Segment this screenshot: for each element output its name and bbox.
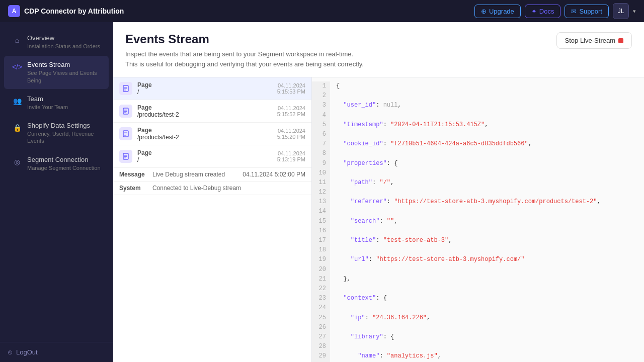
event-date: 04.11.2024 [278,82,305,88]
logout-icon: ⎋ [8,348,12,356]
system-message-row: Message Live Debug stream created 04.11.… [113,168,311,182]
event-time: 5:15:20 PM [277,134,305,140]
code-icon: </> [12,62,22,72]
event-path: /products/test-2 [137,111,272,118]
events-split: Page / 04.11.2024 5:15:53 PM Page /produ… [113,77,644,362]
content-header: Events Stream Inspect the events that ar… [113,22,644,77]
docs-icon: ✦ [531,8,537,15]
stop-livestream-label: Stop Live-Stream [565,37,615,44]
sidebar-item-overview[interactable]: ⌂ Overview Installation Status and Order… [4,29,109,55]
event-time: 5:15:52 PM [277,111,305,117]
sidebar-shopify-title: Shopify Data Settings [27,122,101,129]
event-path: /products/test-2 [137,134,272,141]
event-date: 04.11.2024 [278,128,305,134]
team-icon: 👥 [12,96,22,106]
top-nav: A CDP Connector by Attribution ⊕ Upgrade… [0,0,644,22]
event-type-label: Page [137,127,272,134]
system-text: Connected to Live-Debug stream [152,185,241,192]
system-date: 04.11.2024 5:02:00 PM [243,171,305,178]
sidebar-item-events-stream[interactable]: </> Events Stream See Page Views and Eve… [4,56,109,89]
sidebar-events-title: Events Stream [27,61,101,68]
event-time: 5:15:53 PM [277,88,305,95]
stop-icon [618,38,623,43]
line-numbers: 12345 678910 1112131415 1617181920 21222… [312,81,330,362]
system-label: System [119,185,147,192]
sidebar-items: ⌂ Overview Installation Status and Order… [0,22,113,342]
json-code: { "user_id": null, "timestamp": "2024-04… [330,81,644,362]
sidebar-events-subtitle: See Page Views and Events Being [27,69,101,84]
event-date: 04.11.2024 [278,105,305,111]
events-list: Page / 04.11.2024 5:15:53 PM Page /produ… [113,77,312,362]
event-row[interactable]: Page / 04.11.2024 5:15:53 PM [113,77,311,100]
logout-label: LogOut [16,348,38,356]
logout-button[interactable]: ⎋ LogOut [8,348,105,356]
event-path: / [137,88,272,96]
sidebar-item-shopify-data[interactable]: 🔒 Shopify Data Settings Currency, UserId… [4,117,109,150]
stop-livestream-button[interactable]: Stop Live-Stream [556,32,632,49]
event-page-icon [119,127,132,140]
event-page-icon [119,82,132,95]
brand-name: CDP Connector by Attribution [24,7,124,15]
event-time: 5:13:19 PM [277,156,305,162]
event-type-label: Page [137,149,272,156]
upgrade-icon: ⊕ [481,8,487,15]
sidebar-segment-subtitle: Manage Segment Connection [27,164,101,171]
event-page-icon [119,150,132,163]
brand-icon: A [8,5,20,17]
docs-label: Docs [539,8,554,15]
support-icon: ✉ [571,8,577,15]
docs-button[interactable]: ✦ Docs [525,5,561,18]
home-icon: ⌂ [12,35,22,45]
page-description: Inspect the events that are being sent t… [125,49,367,69]
sidebar-item-segment[interactable]: ◎ Segment Connection Manage Segment Conn… [4,151,109,176]
event-path: / [137,156,272,163]
event-row[interactable]: Page / 04.11.2024 5:13:19 PM [113,145,311,168]
sidebar-team-subtitle: Invite Your Team [27,104,68,111]
top-nav-actions: ⊕ Upgrade ✦ Docs ✉ Support JL ▾ [474,3,636,19]
sidebar-overview-subtitle: Installation Status and Orders [27,43,100,50]
sidebar-overview-title: Overview [27,34,100,42]
event-row[interactable]: Page /products/test-2 04.11.2024 5:15:52… [113,100,311,123]
segment-icon: ◎ [12,157,22,167]
sidebar-item-team[interactable]: 👥 Team Invite Your Team [4,90,109,116]
event-page-icon [119,105,132,118]
system-connected-row: System Connected to Live-Debug stream [113,182,311,195]
event-row[interactable]: Page /products/test-2 04.11.2024 5:15:20… [113,123,311,145]
event-date: 04.11.2024 [278,150,305,156]
sidebar-segment-title: Segment Connection [27,156,101,163]
system-label: Message [119,171,147,178]
content: Events Stream Inspect the events that ar… [113,22,644,362]
event-type-label: Page [137,81,272,88]
upgrade-label: Upgrade [489,8,514,15]
event-type-label: Page [137,104,272,111]
sidebar-team-title: Team [27,95,68,103]
support-label: Support [579,8,602,15]
json-panel: 12345 678910 1112131415 1617181920 21222… [312,77,644,362]
system-text: Live Debug stream created [152,171,225,178]
settings-icon: 🔒 [12,123,22,133]
main-layout: ⌂ Overview Installation Status and Order… [0,22,644,362]
avatar[interactable]: JL [613,3,629,19]
upgrade-button[interactable]: ⊕ Upgrade [474,5,521,18]
json-content: 12345 678910 1112131415 1617181920 21222… [312,77,644,362]
page-title: Events Stream [125,32,367,46]
brand: A CDP Connector by Attribution [8,5,124,17]
chevron-down-icon[interactable]: ▾ [633,8,636,15]
sidebar: ⌂ Overview Installation Status and Order… [0,22,113,362]
sidebar-shopify-subtitle: Currency, UserId, Revenue Events [27,130,101,145]
support-button[interactable]: ✉ Support [565,5,609,18]
sidebar-footer: ⎋ LogOut [0,342,113,362]
